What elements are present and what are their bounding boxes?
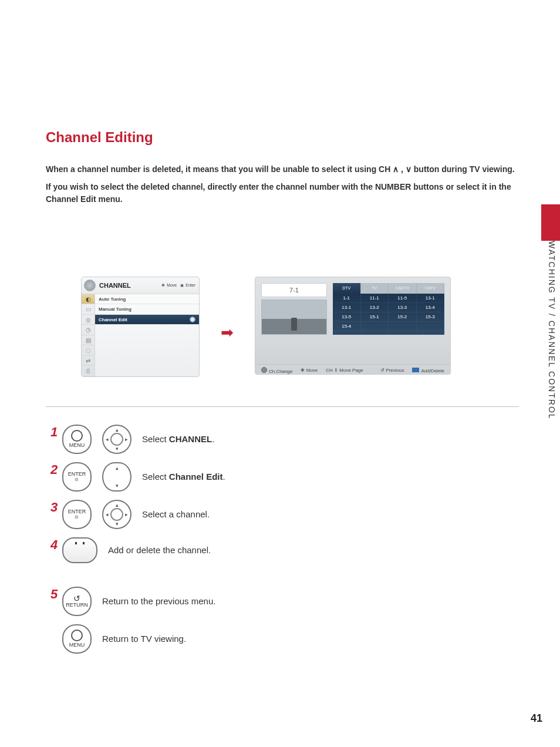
grid-cell[interactable]: [389, 322, 417, 331]
enter-button[interactable]: ENTER ⊙: [62, 462, 92, 492]
arrow-icon: ➡: [221, 324, 234, 342]
grid-cell[interactable]: 15-3: [417, 312, 445, 322]
step-4: 4 Add or delete the channel.: [50, 537, 519, 563]
nav-icon-option[interactable]: ▤: [82, 335, 95, 346]
step-5: 5 ↺ RETURN Return to the previous menu.: [50, 587, 519, 616]
tab-tv[interactable]: TV: [361, 283, 389, 294]
divider: [46, 406, 519, 407]
step-text: Select a channel.: [142, 509, 210, 519]
channel-indicator: 7-1: [261, 283, 327, 297]
foot-chchange: Ch.Change: [261, 367, 292, 374]
nav-icon-time[interactable]: ◷: [82, 325, 95, 335]
step-text: Select Channel Edit.: [142, 472, 225, 482]
osd-menu-list: Auto Tuning Manual Tuning Channel Edit: [95, 294, 199, 376]
grid-cell[interactable]: [417, 322, 445, 331]
osd-item-manual-tuning[interactable]: Manual Tuning: [95, 304, 199, 315]
osd-channel-grid: 1-1 11-1 11-5 13-1 13-1 13-2 13-3 13-4 1…: [333, 294, 444, 335]
osd-item-channel-edit[interactable]: Channel Edit: [95, 315, 199, 325]
return-button[interactable]: ↺ RETURN: [62, 587, 92, 616]
nav-icon-input[interactable]: ⇄: [82, 356, 95, 366]
grid-cell[interactable]: 13-4: [417, 303, 445, 312]
osd-tab-row: DTV TV CADTV CATV: [333, 283, 444, 294]
page: Channel Editing When a channel number is…: [0, 0, 560, 654]
osd-menu-title: CHANNEL: [99, 282, 158, 289]
foot-adddelete: Add/Delete: [412, 368, 444, 374]
nav-icon-audio[interactable]: ◎: [82, 315, 95, 325]
grid-cell[interactable]: 13-3: [389, 303, 417, 312]
osd-tabs-area: DTV TV CADTV CATV 1-1 11-1 11-5 13-1 13-…: [333, 283, 444, 335]
menu-button[interactable]: MENU: [62, 624, 92, 654]
pause-icon: [75, 542, 85, 544]
step-number: 1: [50, 425, 58, 440]
menu-button[interactable]: MENU: [62, 425, 92, 454]
nav-icon-lock[interactable]: ◌: [82, 345, 95, 356]
nav-icon-usb[interactable]: ⎙: [82, 366, 95, 376]
grid-cell[interactable]: 15-4: [333, 322, 361, 331]
intro-p1: When a channel number is deleted, it mea…: [46, 163, 519, 175]
grid-cell[interactable]: 13-1: [417, 294, 445, 303]
osd-bottom-spacer: [255, 338, 450, 364]
osd-channel-edit-screen: 7-1 DTV TV CADTV CATV 1-1 11-1 11-5 13-1: [255, 277, 451, 375]
section-label: WATCHING TV / CHANNEL CONTROL: [547, 241, 556, 420]
osd-menu-header: CHANNEL ✥ Move ◉ Enter: [82, 277, 199, 294]
tab-dtv[interactable]: DTV: [333, 283, 361, 294]
page-number: 41: [531, 712, 542, 725]
intro-text: When a channel number is deleted, it mea…: [46, 163, 519, 205]
step-number: 4: [50, 537, 58, 553]
osd-hint-move: ✥ Move: [161, 283, 177, 288]
step-number: 3: [50, 500, 58, 515]
step-text: Add or delete the channel.: [108, 545, 211, 555]
dpad-4way[interactable]: ▴▾◂▸: [102, 500, 131, 529]
step-2: 2 ENTER ⊙ ▴▾ Select Channel Edit.: [50, 462, 519, 492]
grid-cell[interactable]: 11-1: [361, 294, 389, 303]
foot-move: ✥ Move: [301, 368, 318, 373]
dpad-updown[interactable]: ▴▾: [102, 462, 131, 492]
step-1: 1 MENU ▴▾◂▸ Select CHANNEL.: [50, 425, 519, 454]
intro-p2: If you wish to select the deleted channe…: [46, 181, 519, 205]
steps: 1 MENU ▴▾◂▸ Select CHANNEL. 2 ENTER ⊙: [50, 425, 519, 654]
osd-nav-icons: ◐ ▭ ◎ ◷ ▤ ◌ ⇄ ⎙: [82, 294, 95, 376]
osd-preview: 7-1: [261, 283, 327, 335]
step-3: 3 ENTER ⊙ ▴▾◂▸ Select a channel.: [50, 500, 519, 529]
step-text: Return to the previous menu.: [102, 596, 215, 606]
preview-thumbnail: [261, 300, 327, 335]
tab-cadtv[interactable]: CADTV: [389, 283, 417, 294]
osd-footer: Ch.Change ✥ Move CH ⇕ Move Page ↺ Previo…: [255, 364, 450, 374]
step-text: Return to TV viewing.: [102, 634, 186, 644]
step-number: 2: [50, 462, 58, 477]
section-tab: [541, 204, 560, 241]
grid-cell[interactable]: 11-5: [389, 294, 417, 303]
osd-channel-menu: CHANNEL ✥ Move ◉ Enter ◐ ▭ ◎ ◷ ▤ ◌ ⇄ ⎙ A…: [81, 277, 200, 377]
tab-catv[interactable]: CATV: [417, 283, 445, 294]
nav-icon-picture[interactable]: ▭: [82, 304, 95, 315]
dpad-4way[interactable]: ▴▾◂▸: [102, 425, 131, 454]
grid-cell[interactable]: 13-5: [333, 312, 361, 322]
osd-blank: [95, 325, 199, 364]
grid-cell[interactable]: 15-2: [389, 312, 417, 322]
step-number: 5: [50, 587, 58, 602]
osd-item-auto-tuning[interactable]: Auto Tuning: [95, 294, 199, 305]
foot-movepage: CH ⇕ Move Page: [326, 368, 363, 373]
globe-icon: [84, 280, 96, 291]
page-title: Channel Editing: [46, 129, 519, 146]
step-text: Select CHANNEL.: [142, 434, 214, 444]
nav-icon-channel[interactable]: ◐: [82, 294, 95, 305]
blue-button[interactable]: [62, 537, 97, 563]
grid-cell[interactable]: 15-1: [361, 312, 389, 322]
step-6: MENU Return to TV viewing.: [50, 624, 519, 654]
osd-hint-enter: ◉ Enter: [180, 283, 195, 288]
enter-button[interactable]: ENTER ⊙: [62, 500, 92, 529]
grid-cell[interactable]: 1-1: [333, 294, 361, 303]
grid-cell[interactable]: 13-2: [361, 303, 389, 312]
osd-row: CHANNEL ✥ Move ◉ Enter ◐ ▭ ◎ ◷ ▤ ◌ ⇄ ⎙ A…: [46, 277, 519, 377]
grid-cell[interactable]: 13-1: [333, 303, 361, 312]
grid-cell[interactable]: [361, 322, 389, 331]
foot-previous: ↺ Previous: [380, 368, 404, 373]
